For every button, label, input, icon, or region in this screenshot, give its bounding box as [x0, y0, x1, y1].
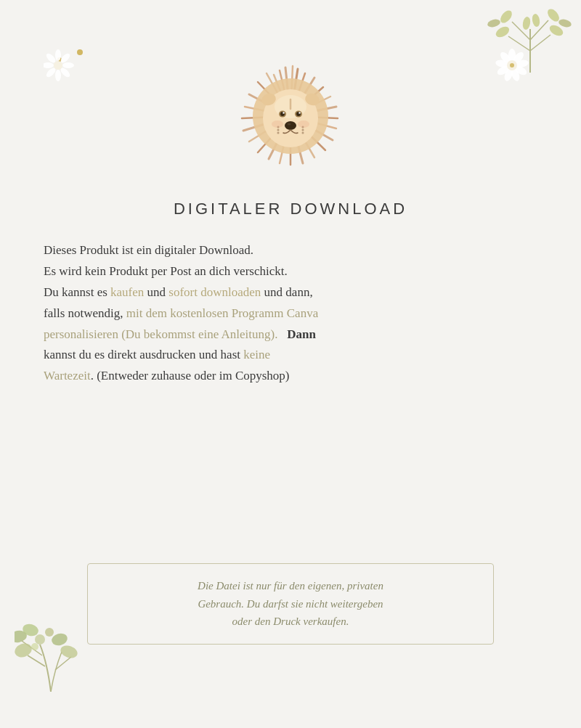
highlight-downloaden: sofort downloaden: [168, 285, 261, 299]
line3-before: Du kannst es: [44, 285, 110, 299]
svg-point-34: [510, 63, 514, 68]
svg-point-65: [272, 120, 283, 128]
svg-point-10: [77, 49, 83, 55]
svg-point-9: [54, 61, 62, 70]
deco-bottom-left-leaves: [15, 605, 80, 684]
highlight-personalisieren: personalisieren (Du bekommst eine Anleit…: [44, 327, 277, 341]
line1: Dieses Produkt ist ein digitaler Downloa…: [44, 243, 253, 257]
svg-point-7: [44, 62, 54, 68]
line3-after: und dann,: [261, 285, 312, 299]
highlight-canva: mit dem kostenlosen Programm Canva: [126, 306, 318, 320]
svg-point-41: [59, 643, 79, 660]
svg-point-64: [302, 132, 304, 134]
deco-top-left-flower: [44, 44, 87, 83]
svg-point-22: [522, 16, 532, 30]
svg-point-21: [558, 18, 572, 28]
svg-point-17: [498, 8, 514, 25]
lion-illustration: [229, 54, 352, 178]
svg-point-66: [298, 120, 309, 128]
svg-point-5: [55, 70, 61, 81]
main-content: DIGITALER DOWNLOAD Dieses Produkt ist ei…: [44, 200, 537, 387]
svg-point-61: [277, 132, 280, 134]
svg-point-3: [62, 62, 74, 68]
svg-point-16: [494, 25, 511, 39]
svg-point-23: [532, 13, 541, 27]
line5-after: . (Entweder zuhause oder im Copyshop): [91, 369, 290, 383]
disclaimer-line2: Gebrauch. Du darfst sie nicht weitergebe…: [198, 598, 383, 610]
svg-point-38: [15, 641, 33, 659]
svg-line-35: [28, 655, 45, 666]
line3-between: und: [144, 285, 168, 299]
svg-point-56: [298, 112, 300, 113]
svg-point-45: [31, 643, 38, 650]
disclaimer-line1: Die Datei ist nur für den eigenen, priva…: [198, 580, 383, 592]
svg-point-44: [45, 628, 54, 637]
line2: Es wird kein Produkt per Post an dich ve…: [44, 264, 288, 278]
deco-top-right-flower: [490, 44, 530, 83]
page: DIGITALER DOWNLOAD Dieses Produkt ist ei…: [0, 0, 581, 728]
highlight-wartezeit: Wartezeit: [44, 369, 91, 383]
svg-point-60: [277, 129, 280, 131]
highlight-keine: keine: [243, 348, 270, 361]
svg-point-18: [487, 18, 501, 28]
main-description: Dieses Produkt ist ein digitaler Downloa…: [44, 240, 537, 387]
svg-point-1: [55, 49, 61, 61]
dann-word: Dann: [287, 327, 316, 341]
line4-before: falls notwendig,: [44, 306, 126, 320]
disclaimer-line3: oder den Druck verkaufen.: [232, 615, 349, 627]
svg-point-58: [288, 123, 291, 126]
svg-point-57: [285, 121, 296, 130]
disclaimer-text: Die Datei ist nur für den eigenen, priva…: [104, 577, 477, 631]
disclaimer-box: Die Datei ist nur für den eigenen, priva…: [87, 563, 494, 645]
svg-point-55: [283, 112, 284, 113]
svg-point-43: [35, 634, 45, 645]
svg-point-63: [302, 129, 304, 131]
page-title: DIGITALER DOWNLOAD: [44, 200, 537, 218]
highlight-kaufen: kaufen: [110, 285, 144, 299]
line5-before: kannst du es direkt ausdrucken und hast: [44, 348, 243, 361]
